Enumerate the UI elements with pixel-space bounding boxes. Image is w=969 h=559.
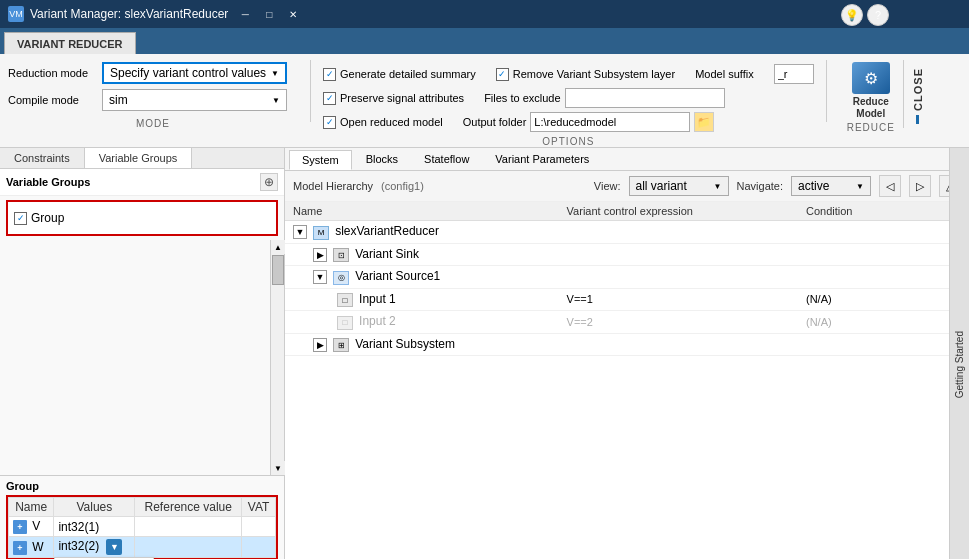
compile-mode-select[interactable]: sim ▼ bbox=[102, 89, 287, 111]
variable-groups-header: Variable Groups ⊕ bbox=[0, 169, 284, 196]
left-panel: Constraints Variable Groups Variable Gro… bbox=[0, 148, 285, 559]
group-checkbox[interactable] bbox=[14, 212, 27, 225]
compile-mode-label: Compile mode bbox=[8, 94, 96, 106]
hierarchy-config: (config1) bbox=[381, 180, 424, 192]
open-reduced-checkbox[interactable] bbox=[323, 116, 336, 129]
help-icon[interactable]: ? bbox=[867, 4, 889, 26]
row1-name: Variant Sink bbox=[355, 247, 419, 261]
variant-reducer-tab[interactable]: VARIANT REDUCER bbox=[4, 32, 136, 54]
app-icon: VM bbox=[8, 6, 24, 22]
row5-expand[interactable]: ▶ bbox=[313, 338, 327, 352]
table-row-selected[interactable]: + W int32(2) ▼ Full-range Ignored bbox=[9, 537, 276, 558]
getting-started-tab[interactable]: Getting Started bbox=[949, 148, 969, 559]
scroll-up-button[interactable]: ▲ bbox=[271, 240, 285, 254]
tree-row-source[interactable]: ▼ ◎ Variant Source1 bbox=[285, 266, 969, 289]
maximize-button[interactable]: □ bbox=[258, 5, 280, 23]
row5-condition bbox=[798, 333, 969, 356]
navigate-arrow: ▼ bbox=[856, 182, 864, 191]
group-name: Group bbox=[31, 211, 64, 225]
window-controls: ─ □ ✕ bbox=[234, 5, 304, 23]
row2-condition bbox=[798, 266, 969, 289]
navigate-select[interactable]: active ▼ bbox=[791, 176, 871, 196]
tree-row-input1[interactable]: □ Input 1 V==1 (N/A) bbox=[285, 288, 969, 311]
close-section: CLOSE bbox=[903, 60, 932, 128]
model-suffix-input[interactable] bbox=[774, 64, 814, 84]
row4-condition: (N/A) bbox=[798, 311, 969, 334]
reduce-model-icon: ⚙ bbox=[852, 62, 890, 94]
group-table-container: Name Values Reference value VAT + V bbox=[6, 495, 278, 559]
preserve-signal-checkbox[interactable] bbox=[323, 92, 336, 105]
add-group-button[interactable]: ⊕ bbox=[260, 173, 278, 191]
row0-icon: M bbox=[313, 226, 329, 240]
tab-constraints[interactable]: Constraints bbox=[0, 148, 85, 168]
tab-stateflow[interactable]: Stateflow bbox=[412, 150, 481, 170]
row1-icon: ⊡ bbox=[333, 248, 349, 262]
tree-col-name: Name bbox=[285, 202, 559, 221]
ribbon-tab-bar: VARIANT REDUCER bbox=[0, 28, 969, 54]
tab-variable-groups[interactable]: Variable Groups bbox=[85, 148, 193, 168]
close-label[interactable]: CLOSE bbox=[912, 68, 924, 111]
groups-list: Group bbox=[6, 200, 278, 236]
tab-blocks[interactable]: Blocks bbox=[354, 150, 410, 170]
tree-row-input2[interactable]: □ Input 2 V==2 (N/A) bbox=[285, 311, 969, 334]
output-folder-label: Output folder bbox=[463, 116, 527, 128]
files-to-exclude-label: Files to exclude bbox=[484, 92, 560, 104]
row-v-icon: + bbox=[13, 520, 27, 534]
row2-expand[interactable]: ▼ bbox=[313, 270, 327, 284]
nav-forward-button[interactable]: ▷ bbox=[909, 175, 931, 197]
tab-variant-parameters[interactable]: Variant Parameters bbox=[483, 150, 601, 170]
generate-summary-label: Generate detailed summary bbox=[340, 68, 476, 80]
remove-variant-row: Remove Variant Subsystem layer bbox=[496, 68, 675, 81]
group-section: Group Name Values Reference value VAT bbox=[0, 475, 284, 559]
row-v-name: V bbox=[32, 519, 40, 533]
reduction-mode-label: Reduction mode bbox=[8, 67, 96, 79]
tree-row-root[interactable]: ▼ M slexVariantReducer bbox=[285, 221, 969, 244]
view-select[interactable]: all variant ▼ bbox=[629, 176, 729, 196]
reduction-mode-select[interactable]: Specify variant control values ▼ bbox=[102, 62, 287, 84]
group-table: Name Values Reference value VAT + V bbox=[8, 497, 276, 558]
lightbulb-icon[interactable]: 💡 bbox=[841, 4, 863, 26]
row-w-name: W bbox=[32, 540, 43, 554]
row-v-values: int32(1) bbox=[54, 517, 135, 537]
row4-expression: V==2 bbox=[559, 311, 798, 334]
reduction-mode-row: Reduction mode Specify variant control v… bbox=[8, 62, 298, 84]
generate-summary-checkbox[interactable] bbox=[323, 68, 336, 81]
files-to-exclude-input[interactable] bbox=[565, 88, 725, 108]
right-panel: System Blocks Stateflow Variant Paramete… bbox=[285, 148, 969, 559]
checkboxes-section: Generate detailed summary Remove Variant… bbox=[323, 60, 814, 147]
variable-groups-title: Variable Groups bbox=[6, 176, 90, 188]
tree-col-condition: Condition bbox=[798, 202, 969, 221]
scroll-thumb[interactable] bbox=[272, 255, 284, 285]
hierarchy-bar: Model Hierarchy (config1) View: all vari… bbox=[285, 171, 969, 202]
divider1 bbox=[310, 60, 311, 122]
remove-variant-checkbox[interactable] bbox=[496, 68, 509, 81]
remove-variant-label: Remove Variant Subsystem layer bbox=[513, 68, 675, 80]
compile-mode-arrow: ▼ bbox=[272, 96, 280, 105]
col-reference: Reference value bbox=[135, 498, 242, 517]
row1-expand[interactable]: ▶ bbox=[313, 248, 327, 262]
reduction-mode-arrow: ▼ bbox=[271, 69, 279, 78]
preserve-signal-row: Preserve signal attributes bbox=[323, 92, 464, 105]
row0-condition bbox=[798, 221, 969, 244]
tree-row-sink[interactable]: ▶ ⊡ Variant Sink bbox=[285, 243, 969, 266]
hierarchy-label: Model Hierarchy bbox=[293, 180, 373, 192]
nav-back-button[interactable]: ◁ bbox=[879, 175, 901, 197]
tab-system[interactable]: System bbox=[289, 150, 352, 170]
row-w-reference bbox=[135, 537, 242, 558]
tree-row-subsystem[interactable]: ▶ ⊞ Variant Subsystem bbox=[285, 333, 969, 356]
col-name: Name bbox=[9, 498, 54, 517]
reduce-model-button[interactable]: ⚙ Reduce Model REDUCE bbox=[839, 60, 903, 135]
table-row[interactable]: + V int32(1) bbox=[9, 517, 276, 537]
row0-expand[interactable]: ▼ bbox=[293, 225, 307, 239]
row-w-values-cell: int32(2) ▼ Full-range Ignored bbox=[54, 537, 135, 558]
minimize-button[interactable]: ─ bbox=[234, 5, 256, 23]
output-folder-input[interactable] bbox=[530, 112, 690, 132]
dropdown-toggle-button[interactable]: ▼ bbox=[106, 539, 122, 555]
browse-folder-button[interactable]: 📁 bbox=[694, 112, 714, 132]
open-reduced-row: Open reduced model bbox=[323, 116, 443, 129]
window-close-button[interactable]: ✕ bbox=[282, 5, 304, 23]
scroll-down-button[interactable]: ▼ bbox=[271, 461, 285, 475]
compile-mode-row: Compile mode sim ▼ bbox=[8, 89, 298, 111]
tree-area: Name Variant control expression Conditio… bbox=[285, 202, 969, 559]
mode-label: MODE bbox=[8, 116, 298, 129]
